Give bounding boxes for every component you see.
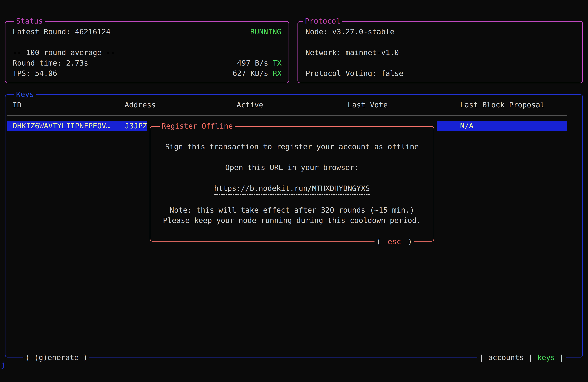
row-last-block-proposal-cell: N/A — [460, 121, 473, 131]
rx-label: RX — [273, 69, 282, 78]
rx-rate-value: 627 KB/s — [232, 69, 273, 78]
modal-cooldown-text: Please keep your node running during thi… — [150, 215, 434, 226]
generate-button[interactable]: ( (g)enerate ) — [23, 352, 89, 363]
status-panel: Status Latest Round: 46216124 RUNNING --… — [5, 21, 289, 83]
protocol-panel-title: Protocol — [303, 16, 342, 26]
terminal-screen: Status Latest Round: 46216124 RUNNING --… — [0, 0, 588, 382]
row-address-cell: J3JPZ — [125, 121, 147, 131]
column-header-last-block-proposal: Last Block Proposal — [460, 100, 545, 110]
esc-paren-open: ( — [377, 237, 385, 246]
column-header-active: Active — [237, 100, 263, 110]
column-header-last-vote: Last Vote — [348, 100, 388, 110]
protocol-voting-text: Protocol Voting: false — [305, 68, 403, 79]
signing-url-link[interactable]: https://b.nodekit.run/MTHXDHYBNGYXS — [214, 183, 370, 195]
register-offline-modal-title: Register Offline — [160, 121, 235, 131]
register-offline-modal: Register Offline Sign this transaction t… — [150, 126, 434, 242]
node-version-text: Node: v3.27.0-stable — [305, 27, 395, 37]
tab-separator-mid: | — [528, 353, 533, 362]
modal-note-text: Note: this will take effect after 320 ro… — [150, 205, 434, 215]
protocol-panel: Protocol Node: v3.27.0-stable Network: m… — [297, 21, 583, 83]
esc-button[interactable]: ( esc ) — [375, 236, 414, 247]
modal-url-line: https://b.nodekit.run/MTHXDHYBNGYXS — [150, 183, 434, 195]
column-header-id: ID — [13, 100, 21, 110]
status-panel-title: Status — [14, 16, 45, 26]
round-average-header: -- 100 round average -- — [13, 47, 115, 58]
row-id-cell: DHKIZ6WAVTYLIIPNFPEOV… — [13, 121, 110, 131]
view-tabs: |accounts|keys| — [477, 352, 566, 363]
table-row-selected[interactable]: DHKIZ6WAVTYLIIPNFPEOV… J3JPZ — [7, 121, 147, 131]
esc-paren-close: ) — [403, 237, 412, 246]
tx-rate-value: 497 B/s — [237, 59, 273, 67]
tx-label: TX — [273, 59, 282, 67]
column-header-address: Address — [125, 100, 156, 110]
tab-separator-left: | — [479, 353, 484, 362]
table-header-divider — [7, 115, 567, 116]
tab-keys[interactable]: keys — [533, 353, 560, 362]
rx-rate-line: 627 KB/s RX — [232, 68, 282, 79]
esc-key-label: esc — [385, 237, 403, 246]
table-row-selected-right[interactable]: N/A — [437, 121, 567, 131]
latest-round-text: Latest Round: 46216124 — [13, 27, 110, 37]
keys-panel-title: Keys — [14, 89, 36, 100]
stray-glyph: j — [1, 360, 5, 370]
modal-open-url-text: Open this URL in your browser: — [150, 162, 434, 173]
modal-instruction-text: Sign this transaction to register your a… — [150, 142, 434, 152]
tab-separator-right: | — [559, 353, 564, 362]
round-time-text: Round time: 2.73s — [13, 58, 88, 68]
network-text: Network: mainnet-v1.0 — [305, 47, 399, 58]
node-state-badge: RUNNING — [250, 27, 281, 37]
tx-rate-line: 497 B/s TX — [237, 58, 282, 68]
tab-accounts[interactable]: accounts — [484, 353, 528, 362]
tps-text: TPS: 54.06 — [13, 68, 57, 79]
